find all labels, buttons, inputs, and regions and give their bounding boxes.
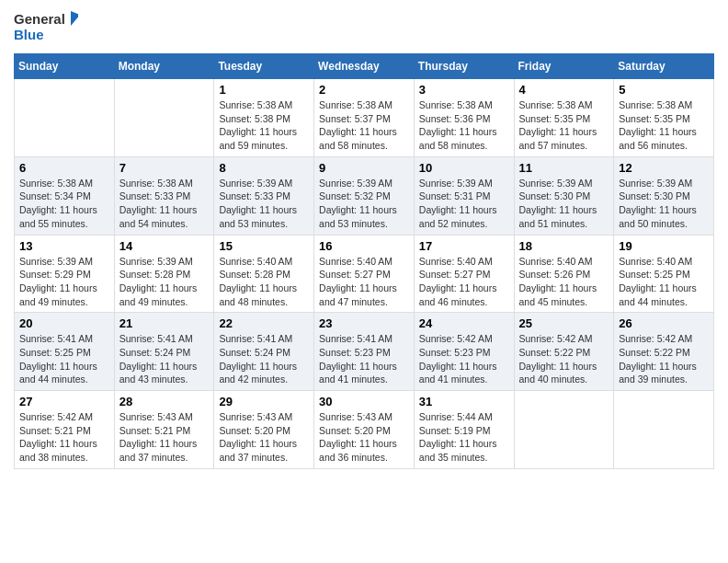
calendar-cell: 15 Sunrise: 5:40 AMSunset: 5:28 PMDaylig… (214, 235, 314, 313)
calendar-cell: 31 Sunrise: 5:44 AMSunset: 5:19 PMDaylig… (414, 391, 514, 469)
weekday-header-thursday: Thursday (414, 54, 514, 79)
calendar-cell: 10 Sunrise: 5:39 AMSunset: 5:31 PMDaylig… (414, 156, 514, 235)
sunrise-text: Sunrise: 5:38 AMSunset: 5:35 PMDaylight:… (519, 99, 597, 151)
day-number: 1 (219, 83, 309, 97)
day-number: 29 (219, 395, 309, 408)
calendar-cell: 16 Sunrise: 5:40 AMSunset: 5:27 PMDaylig… (314, 235, 415, 313)
sunrise-text: Sunrise: 5:39 AMSunset: 5:30 PMDaylight:… (619, 178, 697, 229)
weekday-header-wednesday: Wednesday (314, 54, 415, 79)
sunrise-text: Sunrise: 5:44 AMSunset: 5:19 PMDaylight:… (419, 411, 497, 463)
sunrise-text: Sunrise: 5:39 AMSunset: 5:29 PMDaylight:… (19, 256, 97, 307)
day-number: 3 (419, 83, 509, 97)
svg-text:Blue: Blue (14, 27, 44, 42)
sunrise-text: Sunrise: 5:38 AMSunset: 5:37 PMDaylight:… (319, 99, 397, 151)
calendar-week-row-2: 6 Sunrise: 5:38 AMSunset: 5:34 PMDayligh… (15, 156, 714, 235)
calendar-cell: 20 Sunrise: 5:41 AMSunset: 5:25 PMDaylig… (15, 313, 115, 391)
calendar-cell: 21 Sunrise: 5:41 AMSunset: 5:24 PMDaylig… (114, 313, 214, 391)
calendar-cell: 9 Sunrise: 5:39 AMSunset: 5:32 PMDayligh… (314, 156, 415, 235)
day-number: 9 (319, 161, 409, 175)
day-number: 19 (619, 239, 709, 253)
weekday-header-row: SundayMondayTuesdayWednesdayThursdayFrid… (15, 54, 714, 79)
calendar-week-row-1: 1 Sunrise: 5:38 AMSunset: 5:38 PMDayligh… (15, 79, 714, 157)
sunrise-text: Sunrise: 5:40 AMSunset: 5:26 PMDaylight:… (519, 256, 597, 307)
weekday-header-sunday: Sunday (15, 54, 115, 79)
calendar-cell: 13 Sunrise: 5:39 AMSunset: 5:29 PMDaylig… (15, 235, 115, 313)
header: General Blue (14, 9, 714, 46)
sunrise-text: Sunrise: 5:39 AMSunset: 5:30 PMDaylight:… (519, 178, 597, 229)
day-number: 7 (119, 161, 210, 175)
day-number: 31 (419, 395, 509, 408)
day-number: 24 (419, 316, 509, 330)
day-number: 23 (319, 316, 409, 330)
day-number: 12 (619, 161, 709, 175)
logo: General Blue (14, 9, 78, 46)
calendar-cell: 18 Sunrise: 5:40 AMSunset: 5:26 PMDaylig… (514, 235, 614, 313)
calendar-cell: 12 Sunrise: 5:39 AMSunset: 5:30 PMDaylig… (614, 156, 714, 235)
calendar-cell: 14 Sunrise: 5:39 AMSunset: 5:28 PMDaylig… (114, 235, 214, 313)
calendar-cell: 1 Sunrise: 5:38 AMSunset: 5:38 PMDayligh… (214, 79, 314, 157)
sunrise-text: Sunrise: 5:39 AMSunset: 5:31 PMDaylight:… (419, 178, 497, 229)
sunrise-text: Sunrise: 5:40 AMSunset: 5:27 PMDaylight:… (419, 256, 497, 307)
day-number: 18 (519, 239, 609, 253)
day-number: 11 (519, 161, 609, 175)
calendar-cell: 24 Sunrise: 5:42 AMSunset: 5:23 PMDaylig… (414, 313, 514, 391)
calendar-cell: 4 Sunrise: 5:38 AMSunset: 5:35 PMDayligh… (514, 79, 614, 157)
day-number: 15 (219, 239, 309, 253)
day-number: 4 (519, 83, 609, 97)
weekday-header-saturday: Saturday (614, 54, 714, 79)
day-number: 2 (319, 83, 409, 97)
weekday-header-monday: Monday (114, 54, 214, 79)
day-number: 17 (419, 239, 509, 253)
calendar-cell: 7 Sunrise: 5:38 AMSunset: 5:33 PMDayligh… (114, 156, 214, 235)
sunrise-text: Sunrise: 5:42 AMSunset: 5:21 PMDaylight:… (19, 411, 97, 463)
calendar-cell: 29 Sunrise: 5:43 AMSunset: 5:20 PMDaylig… (214, 391, 314, 469)
day-number: 26 (619, 316, 709, 330)
sunrise-text: Sunrise: 5:38 AMSunset: 5:35 PMDaylight:… (619, 99, 697, 151)
calendar-cell: 5 Sunrise: 5:38 AMSunset: 5:35 PMDayligh… (614, 79, 714, 157)
calendar-week-row-5: 27 Sunrise: 5:42 AMSunset: 5:21 PMDaylig… (15, 391, 714, 469)
day-number: 8 (219, 161, 309, 175)
general-blue-logo-icon: General Blue (14, 9, 78, 46)
day-number: 27 (19, 395, 109, 408)
sunrise-text: Sunrise: 5:42 AMSunset: 5:22 PMDaylight:… (619, 333, 697, 385)
sunrise-text: Sunrise: 5:43 AMSunset: 5:21 PMDaylight:… (119, 411, 198, 463)
calendar-cell: 30 Sunrise: 5:43 AMSunset: 5:20 PMDaylig… (314, 391, 415, 469)
sunrise-text: Sunrise: 5:40 AMSunset: 5:25 PMDaylight:… (619, 256, 697, 307)
calendar-week-row-4: 20 Sunrise: 5:41 AMSunset: 5:25 PMDaylig… (15, 313, 714, 391)
calendar-cell: 26 Sunrise: 5:42 AMSunset: 5:22 PMDaylig… (614, 313, 714, 391)
day-number: 10 (419, 161, 509, 175)
calendar-cell: 23 Sunrise: 5:41 AMSunset: 5:23 PMDaylig… (314, 313, 415, 391)
sunrise-text: Sunrise: 5:39 AMSunset: 5:33 PMDaylight:… (219, 178, 297, 229)
weekday-header-friday: Friday (514, 54, 614, 79)
calendar-cell: 3 Sunrise: 5:38 AMSunset: 5:36 PMDayligh… (414, 79, 514, 157)
sunrise-text: Sunrise: 5:38 AMSunset: 5:33 PMDaylight:… (119, 178, 198, 229)
calendar-cell: 11 Sunrise: 5:39 AMSunset: 5:30 PMDaylig… (514, 156, 614, 235)
day-number: 16 (319, 239, 409, 253)
calendar-cell (614, 391, 714, 469)
calendar-cell: 28 Sunrise: 5:43 AMSunset: 5:21 PMDaylig… (114, 391, 214, 469)
calendar-cell: 19 Sunrise: 5:40 AMSunset: 5:25 PMDaylig… (614, 235, 714, 313)
day-number: 13 (19, 239, 109, 253)
calendar-cell: 22 Sunrise: 5:41 AMSunset: 5:24 PMDaylig… (214, 313, 314, 391)
weekday-header-tuesday: Tuesday (214, 54, 314, 79)
sunrise-text: Sunrise: 5:39 AMSunset: 5:32 PMDaylight:… (319, 178, 397, 229)
calendar-week-row-3: 13 Sunrise: 5:39 AMSunset: 5:29 PMDaylig… (15, 235, 714, 313)
sunrise-text: Sunrise: 5:40 AMSunset: 5:28 PMDaylight:… (219, 256, 297, 307)
day-number: 21 (119, 316, 210, 330)
calendar-cell: 27 Sunrise: 5:42 AMSunset: 5:21 PMDaylig… (15, 391, 115, 469)
svg-marker-2 (71, 11, 78, 26)
sunrise-text: Sunrise: 5:38 AMSunset: 5:34 PMDaylight:… (19, 178, 97, 229)
calendar-cell (15, 79, 115, 157)
day-number: 14 (119, 239, 210, 253)
sunrise-text: Sunrise: 5:42 AMSunset: 5:23 PMDaylight:… (419, 333, 497, 385)
calendar-cell (114, 79, 214, 157)
sunrise-text: Sunrise: 5:38 AMSunset: 5:36 PMDaylight:… (419, 99, 497, 151)
calendar-cell: 8 Sunrise: 5:39 AMSunset: 5:33 PMDayligh… (214, 156, 314, 235)
sunrise-text: Sunrise: 5:43 AMSunset: 5:20 PMDaylight:… (219, 411, 297, 463)
sunrise-text: Sunrise: 5:43 AMSunset: 5:20 PMDaylight:… (319, 411, 397, 463)
sunrise-text: Sunrise: 5:41 AMSunset: 5:25 PMDaylight:… (19, 333, 97, 385)
day-number: 22 (219, 316, 309, 330)
day-number: 28 (119, 395, 210, 408)
day-number: 20 (19, 316, 109, 330)
calendar-cell: 2 Sunrise: 5:38 AMSunset: 5:37 PMDayligh… (314, 79, 415, 157)
